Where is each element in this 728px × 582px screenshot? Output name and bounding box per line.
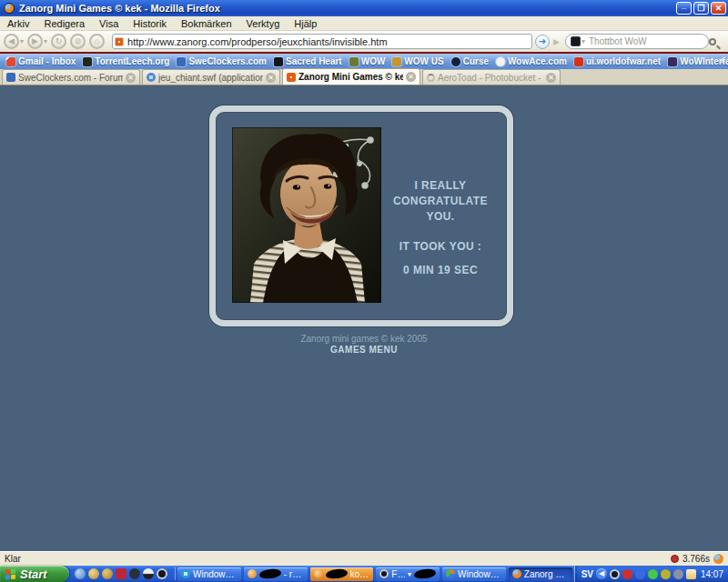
bookmark-torrentleech[interactable]: TorrentLeech.org (79, 56, 173, 66)
task-konver[interactable]: konver... (310, 567, 374, 581)
restore-button[interactable] (693, 2, 709, 15)
tray-collapse-icon[interactable] (596, 568, 607, 579)
tab-close-icon[interactable] (406, 72, 416, 82)
menu-hjalp[interactable]: Hjälp (287, 18, 324, 29)
search-engine-icon[interactable] (571, 36, 581, 46)
task-friends[interactable]: Friends ▾ (376, 567, 440, 581)
stop-button-icon[interactable]: ⊘ (70, 34, 86, 49)
page-favicon-icon (115, 37, 124, 46)
toolbar-separator-icon: ▶ (553, 37, 560, 46)
tab-bar: SweClockers.com - Forum: Ett nästan ... … (0, 69, 728, 85)
quick-launch-steam-icon[interactable] (157, 568, 167, 579)
task-windows-media[interactable]: Windows Medi... (442, 567, 506, 581)
bookmark-wow[interactable]: WOW (346, 56, 389, 66)
app-icon (248, 569, 257, 578)
load-timer-icon (671, 555, 679, 563)
worldofwar-icon (574, 57, 583, 66)
clock: 14:07 (701, 569, 723, 579)
tab-sweclockers[interactable]: SweClockers.com - Forum: Ett nästan ... (2, 69, 140, 85)
bookmark-sacred-heart[interactable]: Sacred Heart (270, 56, 346, 66)
language-indicator[interactable]: SV (581, 569, 593, 579)
back-dropdown-icon[interactable]: ▾ (20, 37, 24, 45)
time-result: 0 MIN 19 SEC (383, 262, 499, 277)
took-line: IT TOOK YOU : (383, 238, 499, 254)
censor-scribble (258, 568, 281, 579)
start-button[interactable]: Start (0, 566, 69, 582)
forward-button-icon[interactable]: ▶ (27, 34, 43, 49)
tray-mail-icon[interactable] (686, 569, 696, 579)
system-tray: SV 14:07 (574, 566, 728, 582)
zanorg-icon (287, 73, 296, 82)
forward-dropdown-icon[interactable]: ▾ (44, 37, 47, 45)
congrats-line-2: CONGRATULATE YOU. (383, 193, 499, 224)
window-title: Zanorg Mini Games © kek - Mozilla Firefo… (19, 3, 676, 14)
bookmark-worldofwar[interactable]: ui.worldofwar.net (571, 56, 664, 66)
menu-verktyg[interactable]: Verktyg (239, 18, 288, 29)
games-menu-link[interactable]: GAMES MENU (0, 345, 728, 355)
wow-us-icon (392, 57, 401, 66)
menu-historik[interactable]: Historik (126, 18, 174, 29)
footer-credit: Zanorg mini games © kek 2005 (0, 334, 728, 344)
bookmarks-toolbar: Gmail - Inbox TorrentLeech.org SweClocke… (0, 54, 728, 69)
go-button-icon[interactable] (535, 35, 550, 49)
bookmark-wow-us[interactable]: WOW US (389, 56, 447, 66)
task-windows-live[interactable]: Windows Live ... (177, 567, 241, 581)
minimize-button[interactable] (676, 2, 692, 15)
address-bar[interactable] (112, 34, 532, 49)
page-content: I REALLY CONGRATULATE YOU. IT TOOK YOU :… (0, 85, 728, 551)
tab-close-icon[interactable] (546, 73, 556, 83)
censor-scribble (414, 568, 437, 579)
title-bar: Zanorg Mini Games © kek - Mozilla Firefo… (0, 0, 728, 16)
tab-aerotoad[interactable]: AeroToad - Photobucket - Video and I... (422, 69, 561, 85)
firefox-status-icon[interactable] (713, 554, 723, 564)
wowinterface-icon (668, 57, 677, 66)
tray-blue-app-icon[interactable] (635, 569, 645, 579)
engine-dropdown-icon[interactable]: ▾ (581, 37, 585, 45)
search-magnifier-icon[interactable] (709, 38, 716, 45)
congrats-line-1: I REALLY (383, 177, 499, 193)
bookmark-wowinterface[interactable]: WoWInterface (664, 56, 728, 66)
menu-bokmarken[interactable]: Bokmärken (174, 18, 239, 29)
quick-launch-dark-app-icon[interactable] (129, 568, 140, 579)
tab-zanorg-active[interactable]: Zanorg Mini Games © kek (282, 68, 420, 85)
bookmarks-overflow-chevron[interactable]: » (720, 55, 725, 65)
search-bar[interactable]: ▾ (565, 34, 709, 49)
status-text: Klar (5, 554, 21, 564)
tab-close-icon[interactable] (266, 73, 276, 83)
quick-launch-shield2-icon[interactable] (102, 568, 113, 579)
wowace-icon (496, 57, 505, 66)
menu-bar: Arkiv Redigera Visa Historik Bokmärken V… (0, 16, 728, 31)
menu-arkiv[interactable]: Arkiv (0, 18, 36, 29)
close-button[interactable] (711, 2, 726, 15)
bookmark-gmail[interactable]: Gmail - Inbox (3, 56, 79, 66)
reload-button-icon[interactable]: ↻ (51, 34, 66, 49)
menu-redigera[interactable]: Redigera (36, 18, 92, 29)
home-button-icon[interactable]: ⌂ (89, 34, 105, 49)
window-controls (676, 2, 726, 15)
task-return[interactable]: - return .... (244, 567, 308, 581)
congrats-text-block: I REALLY CONGRATULATE YOU. IT TOOK YOU :… (383, 177, 499, 277)
winner-photo (232, 127, 381, 303)
quick-launch-shield-icon[interactable] (88, 568, 99, 579)
tab-jeu-chiant[interactable]: jeu_chiant.swf (application/x-shockwa... (142, 69, 280, 85)
tray-messenger-icon[interactable] (648, 569, 658, 579)
url-input[interactable] (127, 36, 530, 47)
taskbar-separator (175, 567, 176, 580)
quick-launch-red-app-icon[interactable] (116, 568, 126, 579)
app-icon (314, 569, 323, 578)
menu-visa[interactable]: Visa (92, 18, 126, 29)
tray-volume-icon[interactable] (673, 569, 683, 579)
back-button-icon[interactable]: ◀ (4, 34, 19, 49)
bookmark-wowace[interactable]: WowAce.com (492, 56, 571, 66)
tab-close-icon[interactable] (126, 73, 136, 83)
search-input[interactable] (589, 36, 709, 46)
quick-launch-browser-icon[interactable] (75, 568, 86, 579)
taskbar: Start Windows Live ... - return .... (0, 566, 728, 582)
bookmark-sweclockers[interactable]: SweClockers.com (173, 56, 270, 66)
quick-launch-media-icon[interactable] (143, 568, 154, 579)
tray-steam-icon[interactable] (610, 569, 620, 579)
task-zanorg-firefox[interactable]: Zanorg Mini Ga... (509, 567, 572, 581)
tray-red-app-icon[interactable] (622, 569, 632, 579)
bookmark-curse[interactable]: Curse (448, 56, 492, 66)
tray-yellow-app-icon[interactable] (661, 569, 671, 579)
